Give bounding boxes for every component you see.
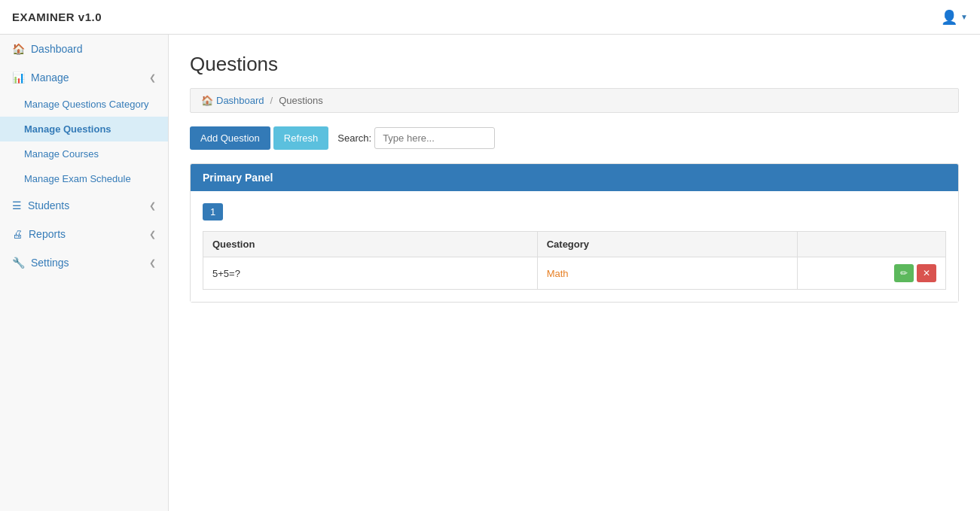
- page-badge[interactable]: 1: [203, 203, 223, 221]
- submenu-label-0: Manage Questions Category: [24, 99, 148, 110]
- layout: 🏠 Dashboard 📊 Manage ❮ Manage Questions …: [0, 35, 980, 511]
- edit-button[interactable]: ✏: [894, 264, 914, 282]
- breadcrumb-home-icon: 🏠: [201, 95, 213, 106]
- user-chevron: ▼: [960, 13, 968, 21]
- delete-button[interactable]: ✕: [917, 264, 936, 282]
- breadcrumb-separator: /: [270, 95, 273, 106]
- action-buttons: ✏ ✕: [807, 264, 936, 282]
- reports-icon: 🖨: [12, 228, 23, 240]
- col-header-category: Category: [537, 232, 797, 257]
- panel-header: Primary Panel: [191, 164, 958, 191]
- user-menu[interactable]: 👤 ▼: [941, 9, 968, 26]
- table-body: 5+5=? Math ✏ ✕: [203, 257, 946, 290]
- table-head: Question Category: [203, 232, 946, 257]
- col-header-actions: [797, 232, 945, 257]
- breadcrumb-home-label: Dashboard: [216, 95, 264, 106]
- main-content: Questions 🏠 Dashboard / Questions Add Qu…: [169, 35, 980, 511]
- sidebar-item-manage-courses[interactable]: Manage Courses: [0, 141, 168, 166]
- students-chevron-icon: ❮: [149, 201, 156, 211]
- col-header-question: Question: [203, 232, 538, 257]
- cell-actions: ✏ ✕: [797, 257, 945, 290]
- sidebar-item-manage-questions[interactable]: Manage Questions: [0, 117, 168, 141]
- table-header-row: Question Category: [203, 232, 946, 257]
- breadcrumb: 🏠 Dashboard / Questions: [190, 88, 959, 113]
- sidebar-item-settings[interactable]: 🔧 Settings ❮: [0, 248, 168, 277]
- reports-chevron-icon: ❮: [149, 230, 156, 239]
- submenu-label-2: Manage Courses: [24, 148, 99, 160]
- sidebar-students-label: Students: [28, 199, 149, 211]
- manage-chevron-icon: ❮: [149, 73, 156, 83]
- primary-panel: Primary Panel 1 Question Category 5+5=? …: [190, 163, 959, 303]
- settings-icon: 🔧: [12, 257, 25, 269]
- submenu-label-3: Manage Exam Schedule: [24, 173, 131, 184]
- toolbar: Add Question Refresh Search:: [190, 126, 959, 150]
- sidebar-item-students[interactable]: ☰ Students ❮: [0, 191, 168, 220]
- sidebar-item-manage[interactable]: 📊 Manage ❮: [0, 63, 168, 92]
- breadcrumb-current: Questions: [279, 95, 323, 106]
- questions-table: Question Category 5+5=? Math ✏ ✕: [203, 231, 946, 290]
- cell-question: 5+5=?: [203, 257, 538, 290]
- sidebar-item-reports[interactable]: 🖨 Reports ❮: [0, 220, 168, 248]
- page-title: Questions: [190, 53, 959, 76]
- sidebar: 🏠 Dashboard 📊 Manage ❮ Manage Questions …: [0, 35, 169, 511]
- breadcrumb-home-link[interactable]: 🏠 Dashboard: [201, 95, 264, 106]
- app-brand: EXAMINER v1.0: [12, 11, 102, 23]
- table-row: 5+5=? Math ✏ ✕: [203, 257, 946, 290]
- sidebar-item-dashboard[interactable]: 🏠 Dashboard: [0, 35, 168, 63]
- sidebar-item-label: Dashboard: [31, 43, 156, 55]
- sidebar-item-manage-exam-schedule[interactable]: Manage Exam Schedule: [0, 166, 168, 191]
- submenu-label-1: Manage Questions: [24, 123, 111, 135]
- category-link[interactable]: Math: [547, 268, 569, 279]
- cell-category: Math: [537, 257, 797, 290]
- dashboard-icon: 🏠: [12, 43, 25, 55]
- sidebar-manage-label: Manage: [31, 71, 149, 84]
- sidebar-settings-label: Settings: [31, 257, 149, 269]
- manage-icon: 📊: [12, 71, 25, 84]
- sidebar-item-manage-questions-category[interactable]: Manage Questions Category: [0, 92, 168, 117]
- add-question-button[interactable]: Add Question: [190, 126, 270, 150]
- user-icon: 👤: [941, 9, 957, 26]
- settings-chevron-icon: ❮: [149, 258, 156, 268]
- search-input[interactable]: [374, 127, 495, 149]
- panel-body: 1 Question Category 5+5=? Math ✏: [191, 191, 958, 302]
- search-label: Search:: [337, 132, 371, 144]
- refresh-button[interactable]: Refresh: [273, 126, 329, 150]
- sidebar-reports-label: Reports: [29, 228, 149, 240]
- navbar: EXAMINER v1.0 👤 ▼: [0, 0, 980, 35]
- students-icon: ☰: [12, 199, 22, 211]
